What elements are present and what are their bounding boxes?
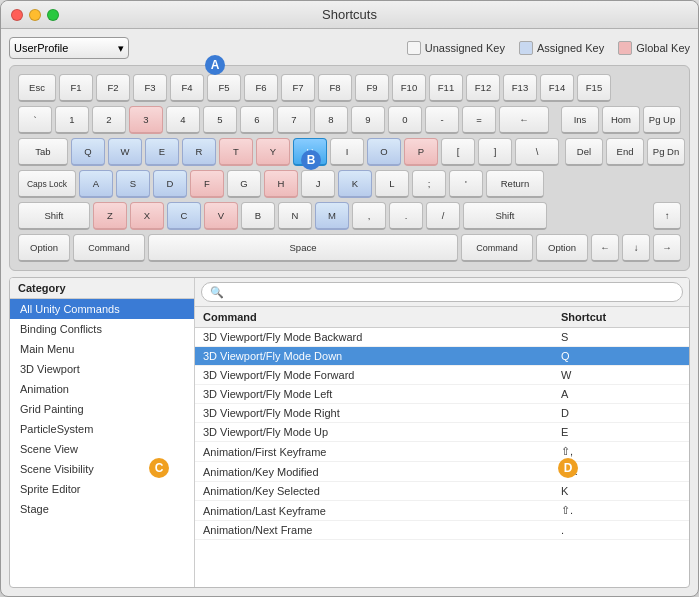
key-x[interactable]: X bbox=[130, 202, 164, 230]
key-s[interactable]: S bbox=[116, 170, 150, 198]
key-command-left[interactable]: Command bbox=[73, 234, 145, 262]
key-f2[interactable]: F2 bbox=[96, 74, 130, 102]
key-3[interactable]: 3 bbox=[129, 106, 163, 134]
key-0[interactable]: 0 bbox=[388, 106, 422, 134]
key-end[interactable]: End bbox=[606, 138, 644, 166]
key-p[interactable]: P bbox=[404, 138, 438, 166]
table-row[interactable]: Animation/Key Modified⇧K bbox=[195, 462, 689, 482]
key-f10[interactable]: F10 bbox=[392, 74, 426, 102]
key-slash[interactable]: / bbox=[426, 202, 460, 230]
key-backspace[interactable]: ← bbox=[499, 106, 549, 134]
key-v[interactable]: V bbox=[204, 202, 238, 230]
sidebar-item[interactable]: All Unity Commands bbox=[10, 299, 194, 319]
key-period[interactable]: . bbox=[389, 202, 423, 230]
key-o[interactable]: O bbox=[367, 138, 401, 166]
key-8[interactable]: 8 bbox=[314, 106, 348, 134]
sidebar-item[interactable]: ParticleSystem bbox=[10, 419, 194, 439]
key-k[interactable]: K bbox=[338, 170, 372, 198]
key-home[interactable]: Hom bbox=[602, 106, 640, 134]
close-button[interactable] bbox=[11, 9, 23, 21]
sidebar-item[interactable]: Sprite Editor bbox=[10, 479, 194, 499]
key-shift-right[interactable]: Shift bbox=[463, 202, 547, 230]
minimize-button[interactable] bbox=[29, 9, 41, 21]
key-4[interactable]: 4 bbox=[166, 106, 200, 134]
key-f1[interactable]: F1 bbox=[59, 74, 93, 102]
table-row[interactable]: Animation/Key SelectedK bbox=[195, 482, 689, 501]
sidebar-item[interactable]: Grid Painting bbox=[10, 399, 194, 419]
key-quote[interactable]: ' bbox=[449, 170, 483, 198]
table-row[interactable]: 3D Viewport/Fly Mode UpE bbox=[195, 423, 689, 442]
key-w[interactable]: W bbox=[108, 138, 142, 166]
key-r[interactable]: R bbox=[182, 138, 216, 166]
key-backtick[interactable]: ` bbox=[18, 106, 52, 134]
key-del[interactable]: Del bbox=[565, 138, 603, 166]
key-esc[interactable]: Esc bbox=[18, 74, 56, 102]
key-return[interactable]: Return bbox=[486, 170, 544, 198]
key-e[interactable]: E bbox=[145, 138, 179, 166]
key-f11[interactable]: F11 bbox=[429, 74, 463, 102]
key-n[interactable]: N bbox=[278, 202, 312, 230]
key-semicolon[interactable]: ; bbox=[412, 170, 446, 198]
key-z[interactable]: Z bbox=[93, 202, 127, 230]
table-row[interactable]: Animation/Next Frame. bbox=[195, 521, 689, 540]
key-q[interactable]: Q bbox=[71, 138, 105, 166]
table-row[interactable]: Animation/First Keyframe⇧, bbox=[195, 442, 689, 462]
key-equals[interactable]: = bbox=[462, 106, 496, 134]
key-option-left[interactable]: Option bbox=[18, 234, 70, 262]
key-f8[interactable]: F8 bbox=[318, 74, 352, 102]
key-f6[interactable]: F6 bbox=[244, 74, 278, 102]
key-1[interactable]: 1 bbox=[55, 106, 89, 134]
table-row[interactable]: Animation/Last Keyframe⇧. bbox=[195, 501, 689, 521]
key-bracket-l[interactable]: [ bbox=[441, 138, 475, 166]
key-backslash[interactable]: \ bbox=[515, 138, 559, 166]
key-y[interactable]: Y bbox=[256, 138, 290, 166]
key-pgup[interactable]: Pg Up bbox=[643, 106, 681, 134]
key-f4[interactable]: F4 bbox=[170, 74, 204, 102]
key-d[interactable]: D bbox=[153, 170, 187, 198]
key-i[interactable]: I bbox=[330, 138, 364, 166]
key-b[interactable]: B bbox=[241, 202, 275, 230]
key-right[interactable]: → bbox=[653, 234, 681, 262]
profile-dropdown[interactable]: UserProfile ▾ bbox=[9, 37, 129, 59]
table-row[interactable]: 3D Viewport/Fly Mode LeftA bbox=[195, 385, 689, 404]
key-c[interactable]: C bbox=[167, 202, 201, 230]
key-g[interactable]: G bbox=[227, 170, 261, 198]
sidebar-item[interactable]: Main Menu bbox=[10, 339, 194, 359]
key-minus[interactable]: - bbox=[425, 106, 459, 134]
sidebar-item[interactable]: 3D Viewport bbox=[10, 359, 194, 379]
maximize-button[interactable] bbox=[47, 9, 59, 21]
key-tab[interactable]: Tab bbox=[18, 138, 68, 166]
sidebar-item[interactable]: Scene View bbox=[10, 439, 194, 459]
key-pgdn[interactable]: Pg Dn bbox=[647, 138, 685, 166]
commands-table[interactable]: 3D Viewport/Fly Mode BackwardS3D Viewpor… bbox=[195, 328, 689, 587]
key-f12[interactable]: F12 bbox=[466, 74, 500, 102]
sidebar-item[interactable]: Animation bbox=[10, 379, 194, 399]
table-row[interactable]: 3D Viewport/Fly Mode RightD bbox=[195, 404, 689, 423]
key-comma[interactable]: , bbox=[352, 202, 386, 230]
sidebar-item[interactable]: Binding Conflicts bbox=[10, 319, 194, 339]
key-bracket-r[interactable]: ] bbox=[478, 138, 512, 166]
key-option-right[interactable]: Option bbox=[536, 234, 588, 262]
sidebar-item[interactable]: Scene Visibility bbox=[10, 459, 194, 479]
table-row[interactable]: 3D Viewport/Fly Mode DownQ bbox=[195, 347, 689, 366]
key-f3[interactable]: F3 bbox=[133, 74, 167, 102]
key-up[interactable]: ↑ bbox=[653, 202, 681, 230]
key-ins[interactable]: Ins bbox=[561, 106, 599, 134]
table-row[interactable]: 3D Viewport/Fly Mode BackwardS bbox=[195, 328, 689, 347]
key-m[interactable]: M bbox=[315, 202, 349, 230]
key-down[interactable]: ↓ bbox=[622, 234, 650, 262]
key-u[interactable]: U bbox=[293, 138, 327, 166]
search-input[interactable] bbox=[201, 282, 683, 302]
key-7[interactable]: 7 bbox=[277, 106, 311, 134]
key-2[interactable]: 2 bbox=[92, 106, 126, 134]
key-j[interactable]: J bbox=[301, 170, 335, 198]
key-shift-left[interactable]: Shift bbox=[18, 202, 90, 230]
key-f13[interactable]: F13 bbox=[503, 74, 537, 102]
key-6[interactable]: 6 bbox=[240, 106, 274, 134]
key-f14[interactable]: F14 bbox=[540, 74, 574, 102]
key-f5[interactable]: F5 bbox=[207, 74, 241, 102]
key-left[interactable]: ← bbox=[591, 234, 619, 262]
key-l[interactable]: L bbox=[375, 170, 409, 198]
key-f15[interactable]: F15 bbox=[577, 74, 611, 102]
key-h[interactable]: H bbox=[264, 170, 298, 198]
